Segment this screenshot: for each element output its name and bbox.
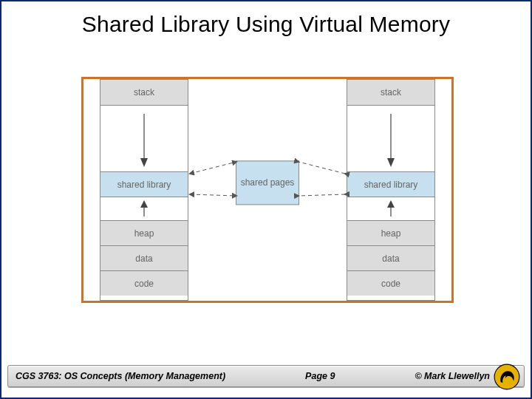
svg-line-11: [299, 194, 345, 196]
slide-frame: Shared Library Using Virtual Memory stac…: [0, 0, 532, 399]
stack-growth-gap: [100, 105, 188, 171]
footer-author: © Mark Llewellyn: [415, 371, 490, 381]
heap-growth-gap: [100, 197, 188, 220]
code-segment: code: [100, 270, 188, 296]
arrow-down-icon: [386, 109, 396, 168]
svg-line-8: [190, 162, 236, 174]
svg-marker-1: [140, 158, 148, 167]
address-space-left: stack shared library heap data code: [100, 79, 188, 301]
code-segment: code: [347, 270, 434, 296]
footer-page: Page 9: [305, 371, 335, 381]
shared-pages-box: shared pages: [236, 160, 299, 205]
svg-line-10: [299, 162, 345, 174]
footer-bar: CGS 3763: OS Concepts (Memory Management…: [7, 365, 525, 387]
diagram: stack shared library heap data code stac…: [81, 77, 454, 303]
svg-marker-5: [387, 158, 395, 167]
arrow-up-icon: [386, 199, 396, 219]
stack-growth-gap: [347, 105, 434, 171]
svg-marker-7: [387, 200, 395, 208]
heap-segment: heap: [100, 220, 188, 245]
stack-segment: stack: [100, 80, 188, 105]
slide-title: Shared Library Using Virtual Memory: [1, 1, 531, 43]
shared-library-segment: shared library: [347, 171, 434, 197]
arrow-up-icon: [139, 199, 149, 219]
stack-segment: stack: [347, 80, 434, 105]
data-segment: data: [100, 245, 188, 270]
arrow-down-icon: [139, 109, 149, 168]
footer-course: CGS 3763: OS Concepts (Memory Management…: [16, 371, 225, 381]
heap-segment: heap: [347, 220, 434, 245]
svg-line-9: [190, 194, 236, 196]
heap-growth-gap: [347, 197, 434, 220]
svg-marker-3: [140, 200, 148, 208]
shared-library-segment: shared library: [100, 171, 188, 197]
data-segment: data: [347, 245, 434, 270]
address-space-right: stack shared library heap data code: [347, 79, 435, 301]
ucf-logo-icon: [494, 364, 520, 390]
